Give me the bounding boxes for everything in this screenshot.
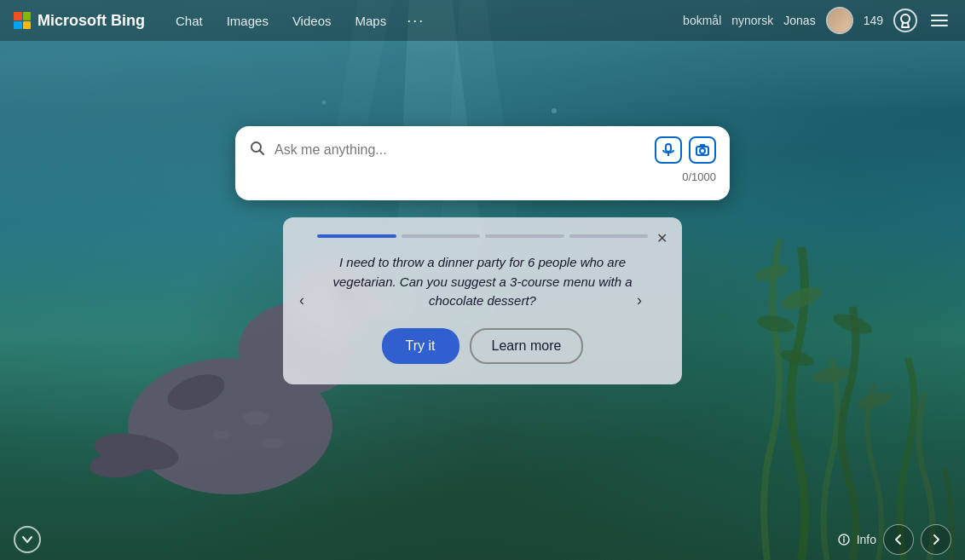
- lang-nynorsk[interactable]: nynorsk: [731, 14, 773, 27]
- nav-maps[interactable]: Maps: [344, 9, 396, 33]
- bottom-right-controls: Info: [836, 524, 951, 555]
- promo-progress: [317, 234, 648, 238]
- nav-videos[interactable]: Videos: [282, 9, 342, 33]
- promo-close-button[interactable]: ✕: [651, 228, 672, 248]
- voice-search-button[interactable]: [655, 136, 682, 164]
- main-content: 0/1000 ✕ ‹ › I need to throw a dinner pa…: [0, 41, 965, 384]
- rewards-icon[interactable]: [893, 9, 917, 32]
- nav-more-button[interactable]: ···: [400, 7, 431, 35]
- hamburger-line: [931, 14, 948, 16]
- promo-prev-button[interactable]: ‹: [290, 289, 314, 313]
- svg-point-39: [700, 148, 705, 153]
- visual-search-button[interactable]: [689, 136, 716, 164]
- progress-step-3: [485, 234, 564, 238]
- info-label: Info: [857, 533, 876, 546]
- nav-images[interactable]: Images: [217, 9, 279, 33]
- scroll-down-button[interactable]: [14, 526, 41, 553]
- navbar: Microsoft Bing Chat Images Videos Maps ·…: [0, 0, 965, 41]
- hamburger-line: [931, 20, 948, 21]
- svg-rect-36: [666, 144, 671, 152]
- progress-step-4: [569, 234, 649, 238]
- avatar[interactable]: [826, 7, 853, 34]
- progress-step-1: [317, 234, 396, 238]
- promo-card: ✕ ‹ › I need to throw a dinner party for…: [283, 217, 682, 384]
- brand-name: Microsoft Bing: [38, 12, 145, 30]
- lang-bokmal[interactable]: bokmål: [683, 14, 721, 27]
- hamburger-line: [931, 25, 948, 26]
- navbar-right: bokmål nynorsk Jonas 149: [683, 7, 951, 34]
- bottom-prev-button[interactable]: [883, 524, 914, 555]
- search-icon: [249, 140, 266, 161]
- microsoft-logo-icon: [14, 12, 31, 29]
- promo-text: I need to throw a dinner party for 6 peo…: [317, 253, 648, 311]
- search-input[interactable]: [274, 142, 646, 158]
- reward-points: 149: [864, 14, 883, 27]
- search-box: 0/1000: [235, 126, 730, 200]
- bottom-bar: Info: [0, 519, 965, 560]
- svg-line-35: [260, 150, 264, 154]
- brand-logo[interactable]: Microsoft Bing: [14, 12, 145, 30]
- progress-step-2: [402, 234, 481, 238]
- promo-next-button[interactable]: ›: [627, 289, 651, 313]
- learn-more-button[interactable]: Learn more: [470, 328, 584, 364]
- info-button[interactable]: Info: [836, 532, 876, 547]
- svg-point-32: [901, 14, 910, 23]
- main-nav: Chat Images Videos Maps ···: [165, 7, 431, 35]
- try-it-button[interactable]: Try it: [382, 328, 459, 364]
- nav-chat[interactable]: Chat: [165, 9, 213, 33]
- svg-point-41: [843, 536, 845, 538]
- hamburger-menu-button[interactable]: [927, 11, 951, 30]
- bottom-next-button[interactable]: [921, 524, 951, 555]
- char-count: 0/1000: [249, 170, 716, 183]
- promo-actions: Try it Learn more: [317, 328, 648, 364]
- username-label: Jonas: [783, 14, 815, 27]
